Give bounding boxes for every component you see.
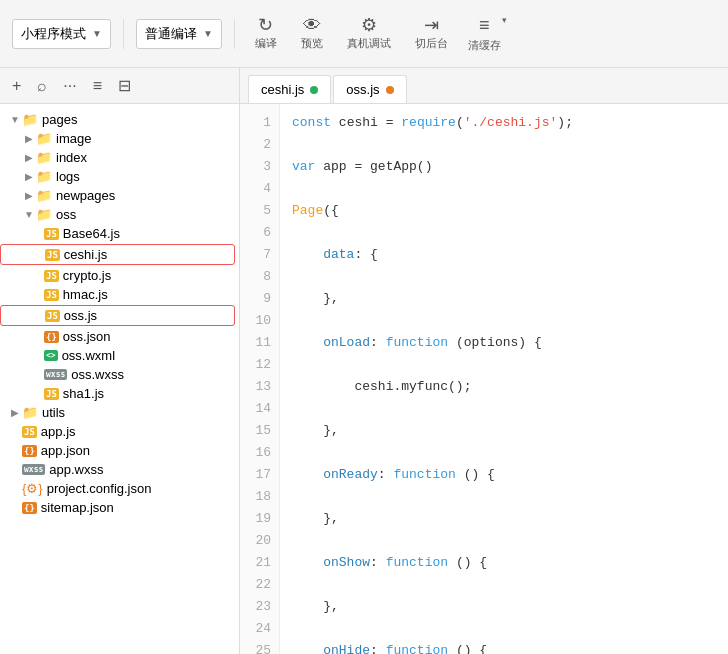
device-debug-button[interactable]: ⚙ 真机调试 [339,12,399,55]
json-icon-oss: {} [44,331,59,343]
js-icon-hmac: JS [44,289,59,301]
folder-icon-index: 📁 [36,150,52,165]
folder-icon-newpages: 📁 [36,188,52,203]
tree-item-appjs[interactable]: JS app.js [0,422,239,441]
line-numbers: 12345 678910 1112131415 1617181920 21222… [240,104,280,654]
js-icon-base64: JS [44,228,59,240]
compile-button[interactable]: ↻ 编译 [247,12,285,55]
add-file-button[interactable]: + [8,75,25,97]
tree-label-ceshijs: ceshi.js [64,247,107,262]
tree-item-osswxml[interactable]: <> oss.wxml [0,346,239,365]
code-editor[interactable]: const ceshi = require('./ceshi.js'); var… [280,104,728,654]
left-toolbar: + ⌕ ··· ≡ ⊟ [0,68,239,104]
mode-label: 小程序模式 [21,25,86,43]
tree-item-appjson[interactable]: {} app.json [0,441,239,460]
tree-label-appjson: app.json [41,443,90,458]
tab-ossjs[interactable]: oss.js [333,75,406,103]
tree-item-cryptojs[interactable]: JS crypto.js [0,266,239,285]
tab-ossjs-label: oss.js [346,82,379,97]
tree-label-pages: pages [42,112,77,127]
tree-item-ceshijs[interactable]: JS ceshi.js [0,244,235,265]
tree-item-sitemapjson[interactable]: {} sitemap.json [0,498,239,517]
js-icon-app: JS [22,426,37,438]
js-icon-ossjs: JS [45,310,60,322]
tree-label-appwxss: app.wxss [49,462,103,477]
tab-ceshijs-label: ceshi.js [261,82,304,97]
folder-icon-oss: 📁 [36,207,52,222]
tree-item-pages[interactable]: ▼ 📁 pages [0,110,239,129]
layout-button[interactable]: ⊟ [114,74,135,97]
tree-item-image[interactable]: ▶ 📁 image [0,129,239,148]
left-panel: + ⌕ ··· ≡ ⊟ ▼ 📁 pages ▶ 📁 image ▶ 📁 [0,68,240,654]
tree-label-osswxml: oss.wxml [62,348,115,363]
tree-label-osswxss: oss.wxss [71,367,124,382]
tree-item-hmacjs[interactable]: JS hmac.js [0,285,239,304]
tree-label-logs: logs [56,169,80,184]
tree-item-ossjson[interactable]: {} oss.json [0,327,239,346]
compile-icon: ↻ [258,16,273,34]
preview-button[interactable]: 👁 预览 [293,12,331,55]
json2-icon-sitemap: {} [22,502,37,514]
sort-button[interactable]: ≡ [89,75,106,97]
preview-button-label: 预览 [301,36,323,51]
backend-button-label: 切后台 [415,36,448,51]
editor-content: 12345 678910 1112131415 1617181920 21222… [240,104,728,654]
tree-item-projectjson[interactable]: {⚙} project.config.json [0,479,239,498]
tree-item-index[interactable]: ▶ 📁 index [0,148,239,167]
main-layout: + ⌕ ··· ≡ ⊟ ▼ 📁 pages ▶ 📁 image ▶ 📁 [0,68,728,654]
sep2 [234,19,235,49]
mode-dropdown[interactable]: 小程序模式 ▼ [12,19,111,49]
toolbar: 小程序模式 ▼ 普通编译 ▼ ↻ 编译 👁 预览 ⚙ 真机调试 ⇥ 切后台 ≡ … [0,0,728,68]
tree-item-appwxss[interactable]: wxss app.wxss [0,460,239,479]
folder-icon-pages: 📁 [22,112,38,127]
tree-item-newpages[interactable]: ▶ 📁 newpages [0,186,239,205]
save-icon: ≡ [479,15,490,36]
tree-arrow-pages: ▼ [8,114,22,125]
tree-label-projectjson: project.config.json [47,481,152,496]
json-icon-app: {} [22,445,37,457]
folder-icon-utils: 📁 [22,405,38,420]
tree-label-sha1js: sha1.js [63,386,104,401]
js-icon-crypto: JS [44,270,59,282]
tree-item-oss[interactable]: ▼ 📁 oss [0,205,239,224]
folder-icon-logs: 📁 [36,169,52,184]
tree-item-ossjs[interactable]: JS oss.js [0,305,235,326]
preview-icon: 👁 [303,16,321,34]
backend-icon: ⇥ [424,16,439,34]
editor-tabs: ceshi.js oss.js [240,68,728,104]
tree-label-ossjson: oss.json [63,329,111,344]
tab-ossjs-dot [386,86,394,94]
tree-label-utils: utils [42,405,65,420]
tree-item-utils[interactable]: ▶ 📁 utils [0,403,239,422]
tree-item-logs[interactable]: ▶ 📁 logs [0,167,239,186]
device-icon: ⚙ [361,16,377,34]
tree-label-base64js: Base64.js [63,226,120,241]
backend-button[interactable]: ⇥ 切后台 [407,12,456,55]
clear-cache-arrow: ▾ [502,15,507,25]
clear-cache-button[interactable]: ≡ 清缓存 ▾ [464,11,505,57]
wxss-icon-oss: wxss [44,369,67,380]
compile-dropdown[interactable]: 普通编译 ▼ [136,19,222,49]
compile-label: 普通编译 [145,25,197,43]
clear-cache-label: 清缓存 [468,38,501,53]
device-button-label: 真机调试 [347,36,391,51]
tree-label-appjs: app.js [41,424,76,439]
js-icon-ceshi: JS [45,249,60,261]
tree-item-osswxss[interactable]: wxss oss.wxss [0,365,239,384]
tree-label-oss: oss [56,207,76,222]
tab-ceshijs[interactable]: ceshi.js [248,75,331,103]
more-button[interactable]: ··· [59,75,80,97]
tree-arrow-image: ▶ [22,133,36,144]
tree-arrow-index: ▶ [22,152,36,163]
tree-label-sitemapjson: sitemap.json [41,500,114,515]
compile-arrow: ▼ [203,28,213,39]
tree-item-sha1js[interactable]: JS sha1.js [0,384,239,403]
compile-button-label: 编译 [255,36,277,51]
file-tree: ▼ 📁 pages ▶ 📁 image ▶ 📁 index ▶ 📁 logs [0,104,239,654]
editor-area: ceshi.js oss.js 12345 678910 1112131415 … [240,68,728,654]
tree-label-ossjs: oss.js [64,308,97,323]
tree-item-base64js[interactable]: JS Base64.js [0,224,239,243]
search-button[interactable]: ⌕ [33,75,51,97]
wxss-icon-app: wxss [22,464,45,475]
tree-label-index: index [56,150,87,165]
